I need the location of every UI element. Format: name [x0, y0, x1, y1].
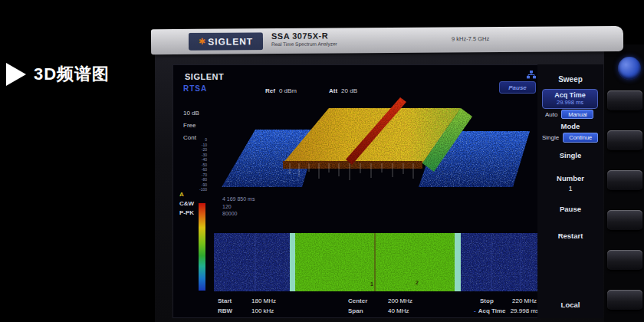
footer-left-column: Start 180 MHz RBW 100 kHz: [218, 296, 276, 316]
spectrogram-strip: [214, 233, 537, 291]
rbw-value: 100 kHz: [251, 306, 274, 316]
auto-option[interactable]: Auto: [545, 111, 557, 118]
caption-title: 3D频谱图: [34, 63, 110, 86]
pause-status-button[interactable]: Pause: [499, 81, 536, 94]
span-value: 40 MHz: [388, 306, 409, 316]
analyzer-screen: SIGLENT RTSA Ref0 dBm Att20 dB Pause 10 …: [172, 64, 539, 318]
model-block: SSA 3075X-R Real Time Spectrum Analyzer: [271, 31, 337, 47]
single-softkey[interactable]: Single: [537, 151, 603, 159]
frame-count: 120: [222, 203, 255, 211]
acq-softkey-label: Acq Time: [543, 91, 597, 99]
number-softkey[interactable]: Number: [537, 174, 603, 182]
model-number: SSA 3075X-R: [271, 31, 337, 41]
trigger-mode: Free: [183, 120, 199, 132]
softkey-button-4[interactable]: [607, 210, 642, 230]
model-subtitle: Real Time Spectrum Analyzer: [271, 41, 337, 47]
acq-dash-icon: -: [474, 306, 476, 316]
top-bezel: ✱ SIGLENT SSA 3075X-R Real Time Spectrum…: [151, 26, 623, 54]
local-softkey[interactable]: Local: [537, 301, 603, 309]
acq-softkey-value: 29.998 ms: [543, 99, 597, 106]
number-value: 1: [537, 185, 603, 192]
marker-1-label: 1: [370, 281, 373, 287]
mode-heading: Mode: [537, 122, 603, 130]
frequency-range-label: 9 kHz-7.5 GHz: [452, 35, 489, 42]
footer-center-column: Center 200 MHz Span 40 MHz: [348, 296, 412, 316]
elapsed-time: 4 169 850 ms: [222, 196, 255, 203]
start-label: Start: [218, 296, 251, 306]
start-value: 180 MHz: [251, 296, 276, 306]
softkey-menu: Sweep Acq Time 29.998 ms Auto Manual Mod…: [537, 64, 603, 318]
manual-option-selected[interactable]: Manual: [561, 110, 593, 119]
softkey-button-6[interactable]: [607, 290, 642, 310]
amplitude-colorbar: [199, 203, 205, 291]
menu-title: Sweep: [537, 75, 603, 84]
3d-spectrogram-plot: [204, 93, 540, 200]
screenshot-stage: ✱ SIGLENT SSA 3075X-R Real Time Spectrum…: [0, 0, 644, 322]
stop-value: 220 MHz: [512, 296, 537, 306]
softkey-button-1[interactable]: [607, 90, 642, 110]
siglent-logo: ✱ SIGLENT: [189, 32, 263, 51]
softkey-button-3[interactable]: [607, 170, 642, 190]
restart-softkey[interactable]: Restart: [537, 232, 603, 240]
continue-option-selected[interactable]: Continue: [563, 133, 598, 143]
acq-time-label: Acq Time: [478, 306, 511, 316]
marker-2-label: 2: [416, 280, 419, 285]
acq-time-softkey[interactable]: Acq Time 29.998 ms: [542, 89, 598, 109]
trace-name: A: [179, 190, 194, 199]
span-label: Span: [348, 306, 388, 316]
acq-time-value: 29.998 ms: [511, 306, 539, 316]
footer-right-column: Stop 220 MHz - Acq Time 29.998 ms: [474, 296, 539, 316]
center-label: Center: [348, 296, 388, 306]
acquisition-readout: 4 169 850 ms 120 80000: [222, 196, 255, 218]
acq-auto-manual-toggle: Auto Manual: [545, 110, 593, 119]
single-option[interactable]: Single: [542, 134, 559, 141]
knob-button[interactable]: [618, 57, 641, 80]
play-icon: [6, 63, 26, 86]
rtsa-mode-badge: RTSA: [183, 84, 207, 93]
trace-write-mode: C&W: [179, 199, 194, 209]
trace-detector: P-PK: [179, 209, 194, 218]
lan-icon: [527, 71, 536, 79]
scale-per-div: 10 dB: [183, 107, 199, 120]
softkey-button-5[interactable]: [607, 250, 642, 270]
total-count: 80000: [222, 210, 255, 218]
screen-brand: SIGLENT: [185, 72, 224, 81]
mode-single-continue-toggle: Single Continue: [542, 133, 598, 143]
pause-softkey[interactable]: Pause: [537, 205, 603, 213]
brand-text: SIGLENT: [208, 36, 253, 47]
trace-info: A C&W P-PK: [179, 190, 194, 218]
siglent-spark-icon: ✱: [199, 38, 205, 46]
video-caption-overlay: 3D频谱图: [6, 63, 110, 86]
center-value: 200 MHz: [388, 296, 412, 306]
softkey-button-2[interactable]: [607, 130, 642, 150]
stop-label: Stop: [474, 296, 512, 306]
rbw-label: RBW: [218, 306, 251, 316]
